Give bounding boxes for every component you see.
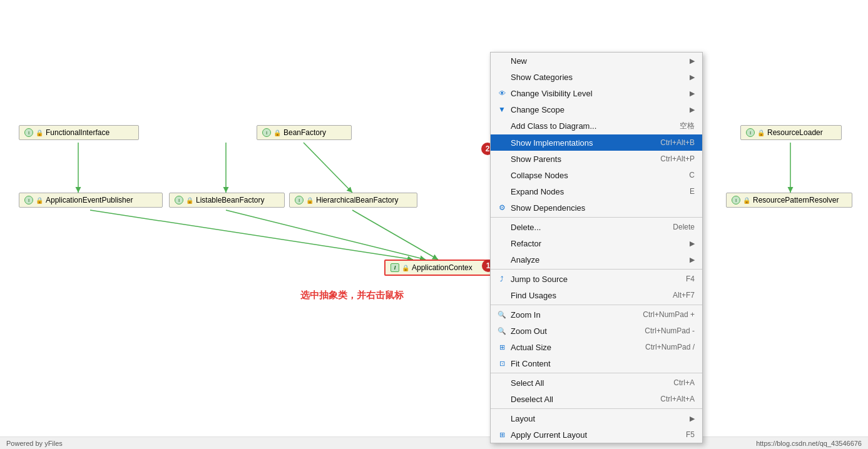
- menu-item-zoom-out[interactable]: 🔍 Zoom Out Ctrl+NumPad -: [491, 323, 702, 339]
- menu-label-new: New: [511, 56, 527, 66]
- zoom-out-icon: 🔍: [497, 326, 507, 336]
- svg-line-2: [304, 143, 352, 193]
- menu-item-expand-nodes[interactable]: Expand Nodes E: [491, 183, 702, 199]
- menu-item-change-scope[interactable]: ▼ Change Scope ▶: [491, 101, 702, 118]
- menu-shortcut-zoom-in: Ctrl+NumPad +: [643, 310, 695, 319]
- menu-label-layout: Layout: [511, 414, 535, 423]
- delete-icon: [497, 222, 507, 232]
- menu-label-deselect-all: Deselect All: [511, 395, 553, 404]
- menu-label-fit-content: Fit Content: [511, 359, 551, 368]
- node-resource-pattern-resolver[interactable]: I 🔒 ResourcePatternResolver: [726, 193, 852, 208]
- visibility-icon: 👁: [497, 88, 507, 98]
- lock-icon: 🔒: [402, 265, 409, 271]
- interface-icon: I: [262, 128, 271, 137]
- powered-by: Powered by yFiles: [6, 440, 63, 447]
- node-label: ApplicationContex: [412, 263, 472, 272]
- menu-label-change-visibility: Change Visibility Level: [511, 89, 593, 98]
- menu-item-analyze[interactable]: Analyze ▶: [491, 251, 702, 268]
- lock-icon: 🔒: [36, 197, 43, 204]
- submenu-arrow: ▶: [690, 73, 695, 81]
- node-functional-interface[interactable]: I 🔒 FunctionalInterface: [19, 125, 139, 140]
- node-application-context[interactable]: I 🔒 ApplicationContex: [384, 260, 496, 276]
- menu-item-find-usages[interactable]: Find Usages Alt+F7: [491, 287, 702, 303]
- menu-item-zoom-in[interactable]: 🔍 Zoom In Ctrl+NumPad +: [491, 306, 702, 323]
- menu-item-add-class[interactable]: Add Class to Diagram... 空格: [491, 118, 702, 134]
- lock-icon: 🔒: [186, 197, 193, 204]
- menu-label-actual-size: Actual Size: [511, 343, 551, 352]
- svg-line-3: [90, 210, 413, 260]
- menu-label-delete: Delete...: [511, 223, 541, 232]
- submenu-arrow: ▶: [690, 57, 695, 65]
- menu-item-fit-content[interactable]: ⊡ Fit Content: [491, 355, 702, 371]
- interface-icon: I: [24, 128, 33, 137]
- menu-label-change-scope: Change Scope: [511, 105, 564, 114]
- submenu-arrow: ▶: [690, 89, 695, 98]
- diagram-arrows: [0, 0, 868, 449]
- node-app-event-publisher[interactable]: I 🔒 ApplicationEventPublisher: [19, 193, 163, 208]
- submenu-arrow: ▶: [690, 256, 695, 264]
- svg-line-5: [352, 210, 438, 260]
- filter-icon: ▼: [497, 104, 507, 114]
- svg-line-4: [226, 210, 426, 260]
- actual-size-icon: ⊞: [497, 342, 507, 352]
- menu-shortcut-zoom-out: Ctrl+NumPad -: [645, 326, 695, 335]
- menu-shortcut-delete: Delete: [673, 223, 695, 231]
- jump-source-icon: ⤴: [497, 274, 507, 284]
- menu-item-jump-to-source[interactable]: ⤴ Jump to Source F4: [491, 271, 702, 287]
- lock-icon: 🔒: [306, 197, 314, 204]
- node-label: ResourceLoader: [767, 128, 823, 137]
- menu-label-jump-to-source: Jump to Source: [511, 275, 568, 284]
- blog-url: https://blog.csdn.net/qq_43546676: [756, 440, 862, 447]
- menu-label-show-parents: Show Parents: [511, 154, 561, 164]
- layout-icon: [497, 413, 507, 423]
- menu-label-collapse-nodes: Collapse Nodes: [511, 171, 568, 180]
- menu-divider-4: [491, 373, 702, 373]
- zoom-in-icon: 🔍: [497, 310, 507, 320]
- node-label: HierarchicalBeanFactory: [316, 196, 398, 204]
- lock-icon: 🔒: [743, 197, 750, 204]
- node-hierarchical-bean-factory[interactable]: I 🔒 HierarchicalBeanFactory: [289, 193, 417, 208]
- menu-label-add-class: Add Class to Diagram...: [511, 121, 596, 131]
- menu-label-select-all: Select All: [511, 378, 544, 388]
- menu-item-show-categories[interactable]: Show Categories ▶: [491, 69, 702, 85]
- menu-item-show-dependencies[interactable]: ⚙ Show Dependencies: [491, 199, 702, 216]
- node-resource-loader[interactable]: I 🔒 ResourceLoader: [740, 125, 842, 140]
- lock-icon: 🔒: [273, 129, 281, 136]
- menu-shortcut-apply-layout: F5: [686, 430, 695, 439]
- menu-item-layout[interactable]: Layout ▶: [491, 410, 702, 426]
- menu-shortcut-deselect-all: Ctrl+Alt+A: [660, 395, 695, 403]
- menu-item-deselect-all[interactable]: Deselect All Ctrl+Alt+A: [491, 391, 702, 407]
- interface-icon: I: [391, 263, 399, 272]
- menu-label-show-dependencies: Show Dependencies: [511, 203, 585, 213]
- node-bean-factory[interactable]: I 🔒 BeanFactory: [257, 125, 352, 140]
- menu-item-change-visibility[interactable]: 👁 Change Visibility Level ▶: [491, 85, 702, 101]
- menu-item-collapse-nodes[interactable]: Collapse Nodes C: [491, 167, 702, 183]
- show-categories-icon: [497, 72, 507, 82]
- menu-label-refactor: Refactor: [511, 239, 541, 248]
- menu-item-delete[interactable]: Delete... Delete: [491, 219, 702, 235]
- submenu-arrow: ▶: [690, 106, 695, 114]
- menu-shortcut-actual-size: Ctrl+NumPad /: [645, 343, 695, 351]
- menu-label-expand-nodes: Expand Nodes: [511, 187, 564, 196]
- collapse-icon: [497, 170, 507, 180]
- menu-item-apply-layout[interactable]: ⊞ Apply Current Layout F5: [491, 426, 702, 443]
- new-icon: [497, 56, 507, 66]
- submenu-arrow: ▶: [690, 415, 695, 423]
- menu-item-show-parents[interactable]: Show Parents Ctrl+Alt+P: [491, 151, 702, 167]
- menu-divider-3: [491, 305, 702, 305]
- menu-item-select-all[interactable]: Select All Ctrl+A: [491, 375, 702, 391]
- bottom-bar: Powered by yFiles https://blog.csdn.net/…: [0, 436, 868, 449]
- add-class-icon: [497, 121, 507, 131]
- apply-layout-icon: ⊞: [497, 430, 507, 440]
- menu-item-show-implementations[interactable]: Show Implementations Ctrl+Alt+B: [491, 134, 702, 151]
- menu-shortcut-show-parents: Ctrl+Alt+P: [660, 154, 695, 163]
- menu-item-actual-size[interactable]: ⊞ Actual Size Ctrl+NumPad /: [491, 339, 702, 355]
- menu-label-zoom-out: Zoom Out: [511, 326, 547, 336]
- context-menu: New ▶ Show Categories ▶ 👁 Change Visibil…: [490, 52, 703, 443]
- find-usages-icon: [497, 290, 507, 300]
- menu-item-new[interactable]: New ▶: [491, 53, 702, 69]
- diagram-area: I 🔒 FunctionalInterface I 🔒 BeanFactory …: [0, 0, 868, 449]
- node-listable-bean-factory[interactable]: I 🔒 ListableBeanFactory: [169, 193, 285, 208]
- menu-shortcut-expand: E: [690, 187, 695, 196]
- menu-item-refactor[interactable]: Refactor ▶: [491, 235, 702, 251]
